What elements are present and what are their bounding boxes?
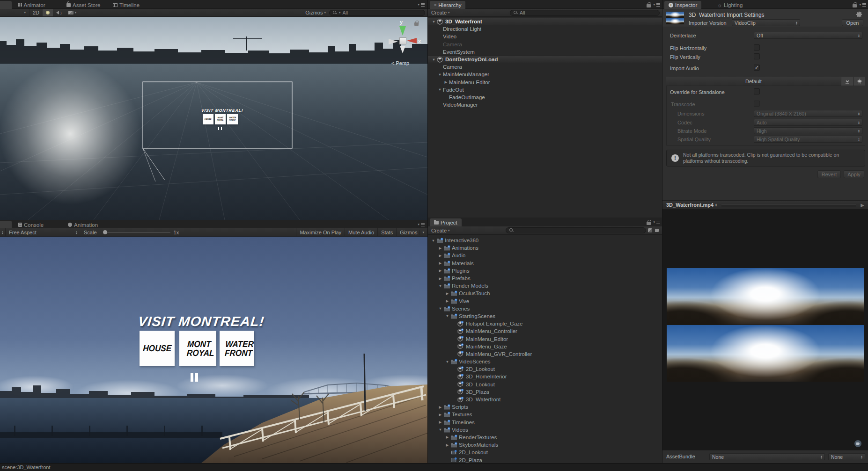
expand-arrow[interactable]: ▼ — [431, 58, 437, 62]
standalone-platform-icon[interactable] — [841, 77, 853, 86]
stats-button[interactable]: Stats — [378, 228, 396, 236]
deinterlace-dropdown[interactable]: Off▴▾ — [754, 32, 862, 39]
hierarchy-create-button[interactable]: Create▾ — [428, 9, 453, 16]
audio-toggle-button[interactable]: ) — [53, 9, 65, 16]
scene-mont-royal-button[interactable]: MONT ROYAL — [215, 114, 226, 124]
flip-horizontally-checkbox[interactable] — [754, 44, 760, 51]
project-item-SkyboxMaterials[interactable]: ▶SkyboxMaterials — [428, 441, 662, 449]
tab-animation[interactable]: Animation — [64, 221, 102, 229]
project-item-3D_Plaza[interactable]: 3D_Plaza — [428, 388, 662, 396]
game-view[interactable]: VISIT MONTREAL! HOUSE MONT ROYAL WATER F… — [0, 237, 427, 463]
expand-arrow[interactable]: ▶ — [437, 405, 443, 409]
hierarchy-item-Video[interactable]: Video — [428, 33, 662, 40]
hierarchy-lock-icon[interactable] — [647, 4, 651, 7]
project-item-2D_Plaza[interactable]: 2D_Plaza — [428, 456, 662, 463]
open-button[interactable]: Open — [842, 19, 863, 26]
project-item-Prefabs[interactable]: ▶Prefabs — [428, 275, 662, 282]
project-item-Plugins[interactable]: ▶Plugins — [428, 267, 662, 275]
game-gizmos-dropdown[interactable]: Gizmos▾ — [397, 228, 427, 236]
2d-toggle-button[interactable]: 2D — [29, 9, 43, 16]
override-standalone-checkbox[interactable] — [754, 88, 760, 94]
game-panel-menu[interactable]: ▾ — [418, 223, 425, 226]
tab-project[interactable]: Project — [430, 218, 462, 226]
hierarchy-item-EventSystem[interactable]: EventSystem — [428, 48, 662, 56]
project-item-MainMenu_Editor[interactable]: MainMenu_Editor — [428, 335, 662, 342]
project-item-Timelines[interactable]: ▶Timelines — [428, 419, 662, 426]
project-item-Textures[interactable]: ▶Textures — [428, 411, 662, 418]
scale-slider[interactable] — [100, 228, 170, 236]
expand-arrow[interactable]: ▶ — [444, 435, 450, 439]
expand-arrow[interactable]: ▶ — [437, 261, 443, 265]
axis-down-cone[interactable] — [400, 46, 405, 53]
tab-lighting[interactable]: ☼ Lighting — [713, 1, 747, 9]
project-create-button[interactable]: Create▾ — [428, 226, 453, 234]
hierarchy-item-FadeOut[interactable]: ▼FadeOut — [428, 86, 662, 94]
hierarchy-panel-menu[interactable]: ▾ — [653, 3, 660, 7]
project-item-2D_Lookout[interactable]: 2D_Lookout — [428, 449, 662, 456]
scene-orientation-gizmo[interactable]: y x < Persp — [385, 17, 427, 68]
hierarchy-item-Camera[interactable]: Camera — [428, 63, 662, 71]
expand-arrow[interactable]: ▼ — [444, 360, 450, 364]
gizmo-lock-icon[interactable] — [414, 22, 419, 26]
inspector-panel-menu[interactable]: ▾ — [859, 3, 866, 7]
display-dropdown[interactable]: ▴▾ — [0, 228, 5, 236]
project-item-Videos[interactable]: ▼Videos — [428, 426, 662, 434]
water-front-button[interactable]: WATER FRONT — [220, 331, 254, 366]
revert-button[interactable]: Revert — [817, 170, 841, 178]
inspector-lock-icon[interactable] — [853, 4, 857, 7]
search-by-type-button[interactable] — [646, 226, 654, 234]
project-item-Materials[interactable]: ▶Materials — [428, 260, 662, 267]
scene-view[interactable]: VISIT MONTREAL! HOUSE MONT ROYAL WATER F… — [0, 17, 427, 220]
transcode-checkbox[interactable] — [754, 101, 760, 107]
gear-icon[interactable] — [856, 11, 862, 17]
project-item-3D_Waterfront[interactable]: 3D_Waterfront — [428, 396, 662, 403]
project-item-Hotspot Example_Gaze[interactable]: Hotspot Example_Gaze — [428, 320, 662, 327]
import-audio-checkbox[interactable]: ✓ — [754, 65, 760, 71]
hierarchy-item-Directional Light[interactable]: Directional Light — [428, 25, 662, 33]
project-item-Audio[interactable]: ▶Audio — [428, 252, 662, 259]
expand-arrow[interactable]: ▶ — [437, 268, 443, 273]
tab-console[interactable]: Console — [14, 221, 48, 229]
hierarchy-item-VideoManager[interactable]: VideoManager — [428, 101, 662, 109]
scene-pause-icon[interactable] — [218, 127, 222, 130]
search-by-label-button[interactable] — [654, 226, 662, 234]
expand-arrow[interactable]: ▼ — [431, 20, 437, 24]
bitrate-mode-dropdown[interactable]: High▴▾ — [754, 127, 862, 134]
expand-arrow[interactable]: ▼ — [437, 87, 443, 92]
tab-timeline[interactable]: Timeline — [109, 1, 144, 9]
expand-arrow[interactable]: ▶ — [444, 443, 450, 447]
android-platform-icon[interactable] — [853, 77, 865, 86]
hierarchy-item-MainMenuManager[interactable]: ▼MainMenuManager — [428, 71, 662, 78]
axis-west-cone[interactable] — [389, 39, 398, 44]
expand-arrow[interactable]: ▼ — [437, 284, 443, 288]
scene-gizmos-dropdown[interactable]: Gizmos▾ — [302, 9, 329, 16]
hierarchy-search-input[interactable]: All — [510, 10, 660, 16]
asset-bundle-dropdown[interactable]: None▴▾ — [709, 453, 825, 460]
project-item-VideoScenes[interactable]: ▼VideoScenes — [428, 358, 662, 365]
preview-header[interactable]: 3D_Waterfront.mp4 ▴▾ ▶ — [662, 200, 868, 210]
hierarchy-item-3D_Waterfront[interactable]: ▼3D_Waterfront — [428, 18, 662, 25]
project-item-2D_Lookout[interactable]: 2D_Lookout — [428, 365, 662, 373]
tab-inspector[interactable]: i Inspector — [664, 1, 701, 9]
scene-panel-menu[interactable]: ▾ — [418, 3, 425, 7]
expand-arrow[interactable]: ▼ — [437, 428, 443, 432]
spatial-quality-dropdown[interactable]: High Spatial Quality▴▾ — [754, 136, 862, 143]
project-lock-icon[interactable] — [647, 222, 651, 225]
expand-arrow[interactable]: ▼ — [437, 72, 443, 77]
project-panel-menu[interactable]: ▾ — [653, 220, 660, 224]
expand-arrow[interactable]: ▶ — [443, 80, 449, 84]
project-item-Vive[interactable]: ▶Vive — [428, 297, 662, 305]
tab-hierarchy[interactable]: ≡ Hierarchy — [430, 1, 465, 9]
pause-icon[interactable] — [191, 373, 198, 382]
project-item-MainMenu_GVR_Controller[interactable]: MainMenu_GVR_Controller — [428, 350, 662, 358]
expand-arrow[interactable]: ▶ — [437, 246, 443, 250]
expand-arrow[interactable]: ▼ — [444, 314, 450, 318]
dimensions-dropdown[interactable]: Original (3840 X 2160)▴▾ — [754, 110, 862, 117]
tab-animator[interactable]: Animator — [14, 1, 50, 9]
project-item-3D_HomeInterior[interactable]: 3D_HomeInterior — [428, 373, 662, 380]
persp-label[interactable]: < Persp — [391, 60, 409, 66]
mont-royal-button[interactable]: MONT ROYAL — [179, 331, 216, 366]
house-button[interactable]: HOUSE — [140, 331, 175, 366]
preview-label-icon[interactable] — [854, 440, 861, 447]
flip-vertically-checkbox[interactable] — [754, 53, 760, 59]
